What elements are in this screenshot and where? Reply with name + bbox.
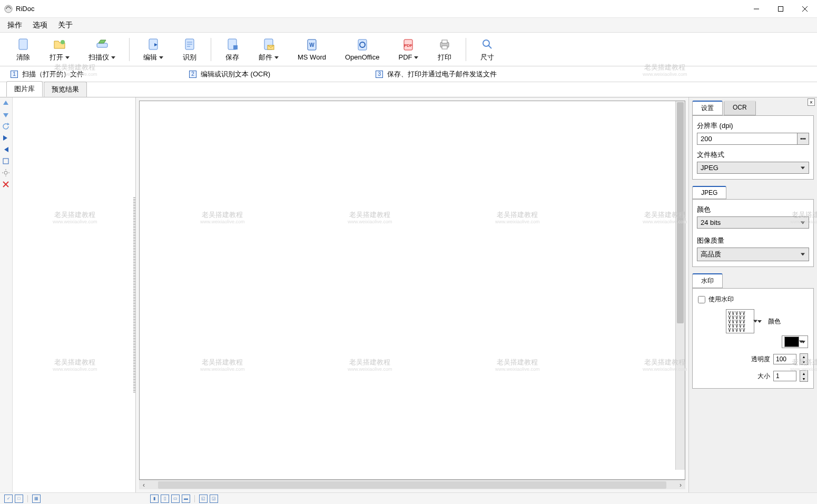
svg-text:PDF: PDF: [404, 43, 412, 48]
chevron-down-icon: [111, 56, 115, 59]
clear-button[interactable]: 清除: [6, 35, 40, 64]
main-tabs: 图片库 预览结果: [0, 82, 817, 97]
watermark-color-swatch[interactable]: [784, 337, 799, 347]
svg-point-0: [5, 5, 12, 13]
chevron-down-icon: [274, 56, 279, 59]
layout4-icon[interactable]: ▬: [182, 495, 190, 503]
print-icon: [437, 37, 452, 52]
menu-actions[interactable]: 操作: [2, 18, 27, 32]
tab-preview[interactable]: 预览结果: [44, 82, 87, 97]
wm-size-spinner[interactable]: ▲▼: [800, 370, 808, 382]
svg-line-28: [488, 45, 491, 48]
scanner-button[interactable]: 扫描仪: [79, 35, 125, 64]
step-2: 2编辑或识别文本 (OCR): [189, 70, 270, 79]
app-title: RiDoc: [16, 5, 34, 13]
pdf-button[interactable]: PDF PDF: [389, 35, 428, 63]
svg-marker-33: [4, 147, 8, 152]
format-select[interactable]: JPEG: [697, 162, 809, 174]
quality-select[interactable]: 高品质: [697, 248, 809, 261]
fit-icon[interactable]: ◱: [199, 495, 208, 503]
open-button[interactable]: 打开: [40, 35, 79, 64]
chevron-down-icon: [414, 56, 418, 59]
svg-rect-15: [233, 45, 238, 50]
use-watermark-check[interactable]: 使用水印: [698, 295, 808, 304]
color-label: 颜色: [697, 205, 809, 214]
svg-rect-2: [779, 6, 783, 11]
check-icon[interactable]: ✓: [4, 495, 13, 503]
save-icon: [225, 37, 240, 52]
tab-jpeg[interactable]: JPEG: [692, 186, 726, 199]
svg-marker-32: [3, 135, 7, 141]
toolbar: 清除 打开 扫描仪 编辑 识别 保存 邮件 W MS Word O: [0, 33, 817, 66]
rotate-right-icon[interactable]: [2, 146, 11, 154]
minimize-button[interactable]: [744, 0, 769, 18]
menu-about[interactable]: 关于: [53, 18, 78, 32]
svg-rect-26: [442, 46, 447, 49]
scrollbar-vertical[interactable]: [675, 101, 685, 470]
quality-label: 图像质量: [697, 236, 809, 245]
watermark-pattern: VVVVVVVVVVVVVVVVVVVVVVVVV: [726, 309, 754, 333]
grid-icon[interactable]: ▦: [32, 495, 41, 503]
open-icon: [52, 37, 67, 52]
workspace: ‹› × 设置 OCR 分辨率 (dpi) ••• 文件格式 JPEG JPEG…: [0, 97, 817, 492]
arrow-down-icon[interactable]: [2, 111, 11, 120]
save-button[interactable]: 保存: [215, 35, 249, 64]
layout3-icon[interactable]: ▭: [171, 495, 180, 503]
svg-marker-29: [3, 101, 8, 105]
mail-button[interactable]: 邮件: [249, 35, 288, 64]
opacity-spinner[interactable]: ▲▼: [800, 353, 808, 365]
toolbar-separator: [129, 38, 130, 61]
tab-watermark[interactable]: 水印: [692, 273, 723, 288]
edit-button[interactable]: 编辑: [134, 35, 173, 64]
zoom-icon[interactable]: ◲: [210, 495, 218, 503]
thumbnail-panel: [13, 97, 136, 492]
opacity-label: 透明度: [751, 355, 770, 364]
opacity-input[interactable]: [773, 354, 796, 364]
rotate-left-icon[interactable]: [2, 134, 11, 143]
close-button[interactable]: [793, 0, 817, 18]
svg-marker-31: [7, 123, 9, 125]
uncheck-icon[interactable]: □: [15, 495, 23, 503]
resolution-label: 分辨率 (dpi): [697, 121, 809, 131]
tab-settings[interactable]: 设置: [692, 101, 723, 115]
chevron-down-icon: [65, 56, 70, 59]
size-icon: [480, 37, 495, 52]
msword-button[interactable]: W MS Word: [288, 35, 336, 63]
maximize-button[interactable]: [769, 0, 793, 18]
tab-ocr[interactable]: OCR: [724, 101, 756, 115]
color-select[interactable]: 24 bits: [697, 216, 809, 229]
print-button[interactable]: 打印: [428, 35, 461, 64]
recognize-button[interactable]: 识别: [173, 35, 206, 64]
wm-color-label: 颜色: [768, 317, 781, 326]
panel-close-button[interactable]: ×: [808, 98, 815, 106]
rotate-icon[interactable]: [2, 123, 11, 131]
toolbar-separator: [211, 38, 211, 61]
layout2-icon[interactable]: ▯: [161, 495, 169, 503]
crop-icon[interactable]: [2, 157, 11, 166]
svg-rect-25: [442, 40, 447, 43]
chevron-down-icon[interactable]: [801, 341, 805, 343]
wm-size-label: 大小: [757, 372, 770, 381]
tab-gallery[interactable]: 图片库: [6, 81, 43, 97]
resolution-browse-button[interactable]: •••: [798, 133, 809, 145]
wm-size-input[interactable]: [773, 371, 796, 381]
canvas[interactable]: [139, 101, 685, 480]
arrow-up-icon[interactable]: [2, 100, 11, 108]
chevron-down-icon[interactable]: [757, 320, 762, 323]
scrollbar-horizontal[interactable]: ‹›: [139, 480, 685, 489]
canvas-area: ‹›: [136, 97, 688, 492]
edit-icon: [146, 37, 161, 52]
delete-icon[interactable]: [2, 181, 11, 189]
layout1-icon[interactable]: ▮: [150, 495, 159, 503]
step-3: 3保存、打印并通过电子邮件发送文件: [376, 70, 497, 79]
brightness-icon[interactable]: [2, 169, 11, 177]
menu-options[interactable]: 选项: [27, 18, 53, 32]
openoffice-button[interactable]: OpenOffice: [336, 35, 389, 63]
svg-rect-7: [97, 43, 107, 47]
mail-icon: [261, 37, 276, 52]
resolution-input[interactable]: [697, 133, 798, 145]
svg-marker-30: [3, 113, 8, 117]
app-icon: [4, 5, 13, 13]
size-button[interactable]: 尺寸: [470, 35, 504, 64]
left-toolstrip: [0, 97, 13, 492]
